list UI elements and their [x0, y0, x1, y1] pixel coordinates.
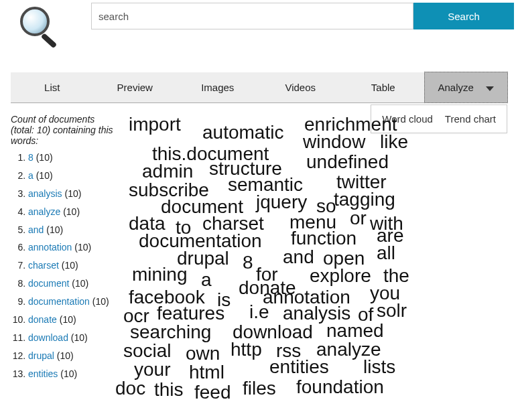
list-item: donate (10) [28, 311, 115, 329]
list-item: charset (10) [28, 257, 115, 275]
word-link[interactable]: document [28, 278, 69, 289]
tab-list[interactable]: List [11, 72, 94, 102]
list-item: annotation (10) [28, 238, 115, 257]
cloud-word[interactable]: solr [377, 300, 407, 322]
cloud-word[interactable]: feed [194, 382, 231, 402]
tab-analyze[interactable]: Analyze [424, 72, 509, 103]
tab-preview[interactable]: Preview [94, 72, 177, 102]
word-link[interactable]: annotation [28, 242, 72, 253]
word-link[interactable]: entities [28, 368, 58, 379]
search-button[interactable]: Search [413, 3, 514, 29]
cloud-word[interactable]: files [243, 378, 276, 399]
word-link[interactable]: and [28, 224, 44, 235]
cloud-word[interactable]: foundation [296, 376, 384, 398]
list-item: 8 (10) [28, 149, 115, 167]
word-list: 8 (10)a (10)analysis (10)analyze (10)and… [11, 149, 115, 383]
cloud-word[interactable]: import [129, 114, 181, 135]
search-input[interactable] [91, 3, 413, 29]
cloud-word[interactable]: or [350, 208, 367, 229]
cloud-word[interactable]: jquery [256, 192, 307, 213]
tab-images[interactable]: Images [176, 72, 259, 102]
word-link[interactable]: a [28, 170, 34, 181]
list-item: documentation (10) [28, 293, 115, 311]
tabs: List Preview Images Videos Table Analyze… [11, 72, 507, 103]
cloud-word[interactable]: mining [132, 264, 187, 285]
cloud-word[interactable]: window [303, 131, 365, 153]
word-link[interactable]: charset [28, 260, 59, 271]
svg-rect-1 [41, 33, 58, 48]
cloud-word[interactable]: undefined [306, 151, 389, 173]
list-item: analyze (10) [28, 203, 115, 221]
tab-analyze-label: Analyze [438, 82, 473, 93]
list-item: and (10) [28, 221, 115, 239]
cloud-word[interactable]: http [231, 339, 262, 360]
word-link[interactable]: analysis [28, 188, 62, 199]
list-item: drupal (10) [28, 347, 115, 365]
list-item: analysis (10) [28, 185, 115, 203]
word-link[interactable]: analyze [28, 206, 60, 217]
caret-down-icon [486, 86, 494, 91]
word-cloud: importautomaticenrichmentthis.documentwi… [115, 114, 507, 402]
cloud-word[interactable]: 8 [243, 252, 253, 273]
word-link[interactable]: drupal [28, 350, 54, 361]
word-link[interactable]: 8 [28, 152, 34, 163]
tab-table[interactable]: Table [342, 72, 425, 102]
cloud-word[interactable]: automatic [202, 122, 283, 143]
count-header: Count of documents (total: 10) containin… [11, 114, 115, 146]
cloud-word[interactable]: lists [363, 356, 395, 378]
word-link[interactable]: donate [28, 314, 57, 325]
list-item: entities (10) [28, 365, 115, 383]
list-item: download (10) [28, 329, 115, 347]
svg-point-0 [21, 8, 48, 35]
cloud-word[interactable]: html [189, 362, 224, 383]
word-link[interactable]: documentation [28, 296, 90, 307]
cloud-word[interactable]: entities [269, 356, 329, 378]
list-item: a (10) [28, 167, 115, 185]
cloud-word[interactable]: doc [115, 378, 145, 399]
word-link[interactable]: download [28, 332, 68, 343]
tab-videos[interactable]: Videos [259, 72, 342, 102]
cloud-word[interactable]: explore [310, 265, 371, 287]
logo [4, 3, 78, 52]
cloud-word[interactable]: like [380, 131, 408, 153]
cloud-word[interactable]: this [154, 379, 184, 401]
cloud-word[interactable]: all [377, 242, 395, 264]
list-item: document (10) [28, 275, 115, 293]
